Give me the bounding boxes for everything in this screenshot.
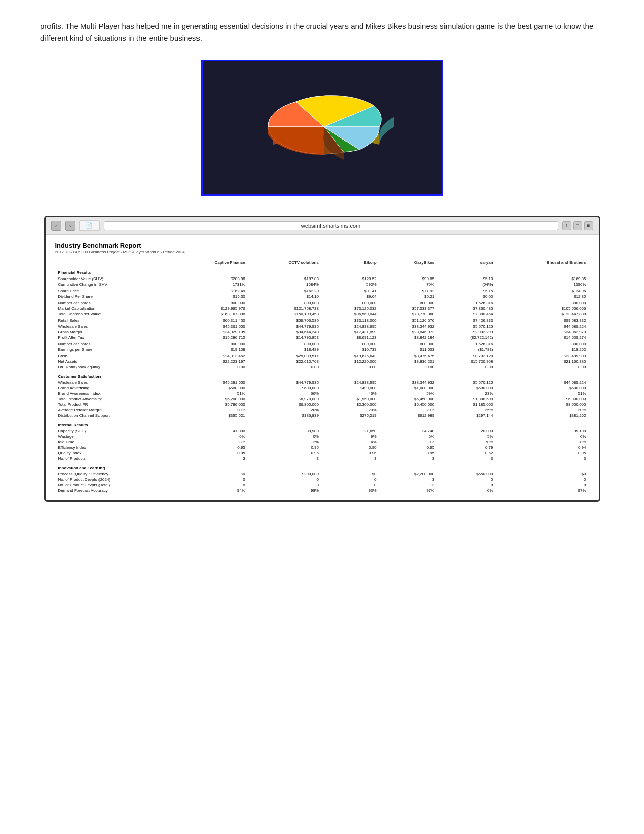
cell-3: $8,842,184 <box>380 335 438 340</box>
table-row: Dividend Per Share$15.30$14.10$9.64$5.21… <box>55 294 589 299</box>
row-label: Distribution Channel Support <box>55 413 174 419</box>
browser-tab[interactable]: 📄 <box>79 220 100 231</box>
cell-1: 2% <box>249 439 322 445</box>
cell-2: 3 <box>322 456 380 461</box>
cell-1: $386,839 <box>249 413 322 419</box>
section-header: Internal Results <box>55 419 589 428</box>
cell-5: $8,000,000 <box>497 402 589 407</box>
cell-0: $15,286,715 <box>173 335 249 340</box>
nav-forward-button[interactable]: › <box>65 221 75 231</box>
cell-2: $24,838,995 <box>322 380 380 385</box>
cell-5: $44,689,224 <box>497 380 589 385</box>
cell-0: $34,929,195 <box>173 329 249 335</box>
table-row: Cumulative Change in SHV1731%1684%592%70… <box>55 282 589 287</box>
cell-5: 51% <box>497 391 589 396</box>
table-row: Process (Quality / Efficiency)$0$200,000… <box>55 471 589 477</box>
table-row: No. of Products333333 <box>55 456 589 461</box>
table-row: Market Capitalization$129,995,976$121,75… <box>55 306 589 311</box>
browser-window: ‹ › 📄 websimf.smartsims.com ↑ □ ≡ Indust… <box>44 216 600 502</box>
cell-2: 800,000 <box>322 341 380 347</box>
cell-5: 1396% <box>497 282 589 287</box>
cell-3: $11.053 <box>380 347 438 352</box>
row-label: Quality Index <box>55 450 174 456</box>
section-header: Financial Results <box>55 266 589 276</box>
cell-5: $600,000 <box>497 385 589 391</box>
cell-4: $0.00 <box>437 294 496 299</box>
cell-4: $5,570,125 <box>437 380 496 385</box>
cell-0: $15.30 <box>173 294 249 299</box>
cell-4: $5.15 <box>437 288 496 294</box>
cell-5: 0.94 <box>497 445 589 450</box>
cell-3: $5,450,000 <box>380 402 438 407</box>
cell-2: 0 <box>322 477 380 482</box>
cell-4: 0.79 <box>437 445 496 450</box>
cell-5: 0% <box>497 439 589 445</box>
row-label: Market Capitalization <box>55 306 174 311</box>
cell-0: 0 <box>173 477 249 482</box>
cell-2: $24,838,995 <box>322 323 380 329</box>
cell-5: $6,300,000 <box>497 396 589 402</box>
cell-3: $71.92 <box>380 288 438 294</box>
cell-0: 94% <box>173 488 249 493</box>
cell-1: $6,970,000 <box>249 396 322 402</box>
cell-3: $2,200,000 <box>380 471 438 477</box>
address-bar[interactable]: websimf.smartsims.com <box>104 221 558 230</box>
cell-5: $105,556,066 <box>497 306 589 311</box>
cell-1: $600,000 <box>249 385 322 391</box>
cell-3: 70% <box>380 282 438 287</box>
cell-2: 4% <box>322 439 380 445</box>
cell-2: 0.00 <box>322 364 380 370</box>
pie-chart <box>218 71 430 182</box>
row-label: Idle Time <box>55 439 174 445</box>
row-label: Shareholder Value (SHV) <box>55 276 174 282</box>
cell-5: 39,100 <box>497 428 589 434</box>
col-header-2: Bikorp <box>322 259 380 266</box>
share-button[interactable]: ↑ <box>562 221 571 230</box>
menu-button[interactable]: ≡ <box>584 221 593 230</box>
cell-3: $57,533,377 <box>380 306 438 311</box>
cell-4: $5.10 <box>437 276 496 282</box>
cell-1: $187.83 <box>249 276 322 282</box>
bookmark-button[interactable]: □ <box>573 221 582 230</box>
row-label: No. of Product Devpts (Total) <box>55 482 174 488</box>
cell-4: 78% <box>437 439 496 445</box>
cell-0: 1731% <box>173 282 249 287</box>
cell-4: 8 <box>437 482 496 488</box>
cell-1: $14,790,853 <box>249 335 322 340</box>
cell-3: 0% <box>380 439 438 445</box>
cell-5: $44,689,224 <box>497 323 589 329</box>
cell-3: $73,770,368 <box>380 311 438 317</box>
cell-5: $0 <box>497 471 589 477</box>
cell-5: $18.262 <box>497 347 589 352</box>
table-row: Net Assets$22,223,197$22,610,768$12,220,… <box>55 359 589 364</box>
row-label: Process (Quality / Efficiency) <box>55 471 174 477</box>
cell-0: $395,521 <box>173 413 249 419</box>
cell-3: $8,836,201 <box>380 359 438 364</box>
cell-0: 41,000 <box>173 428 249 434</box>
cell-2: $73,125,032 <box>322 306 380 311</box>
cell-1: $34,644,240 <box>249 329 322 335</box>
cell-1: 98% <box>249 488 322 493</box>
cell-0: $24,813,452 <box>173 353 249 359</box>
cell-5: $133,447,838 <box>497 311 589 317</box>
cell-2: $1,950,000 <box>322 396 380 402</box>
nav-back-button[interactable]: ‹ <box>51 221 61 231</box>
report-table: Captive Finance CCTV solutions Bikorp Oa… <box>55 259 589 493</box>
cell-4: 1,526,316 <box>437 341 496 347</box>
cell-5: $134.96 <box>497 288 589 294</box>
row-label: Dividend Per Share <box>55 294 174 299</box>
cell-1: $59,706,580 <box>249 318 322 323</box>
table-row: Efficiency Index0.950.950.900.950.790.94 <box>55 445 589 450</box>
cell-0: $162.49 <box>173 288 249 294</box>
cell-0: 800,000 <box>173 300 249 306</box>
cell-0: $203.98 <box>173 276 249 282</box>
cell-3: $99.85 <box>380 276 438 282</box>
cell-5: 3 <box>497 456 589 461</box>
cell-1: 800,000 <box>249 300 322 306</box>
cell-3: $5.21 <box>380 294 438 299</box>
section-header: Innovation and Learning <box>55 461 589 471</box>
row-label: Brand Advertising <box>55 385 174 391</box>
cell-3: 0.95 <box>380 445 438 450</box>
row-label: No. of Product Devpts (2024) <box>55 477 174 482</box>
table-row: Wholesale Sales$45,281,550$44,779,935$24… <box>55 380 589 385</box>
